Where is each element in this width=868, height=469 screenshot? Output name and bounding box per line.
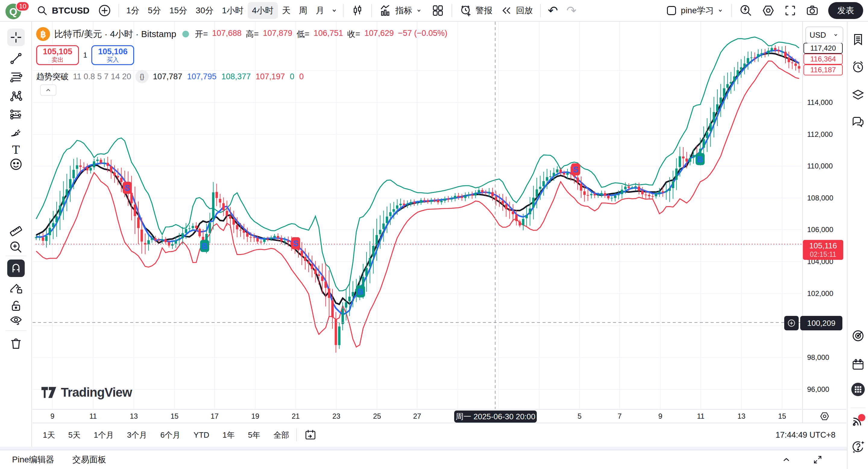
svg-text:S: S [573,165,578,174]
fib-retracement-tool-button[interactable] [7,68,25,86]
apps-button[interactable] [850,382,866,397]
range-5天[interactable]: 5天 [64,428,84,443]
zoom-in-tool-button[interactable] [7,239,25,256]
trade-marker-sell[interactable]: S [571,163,580,176]
timeframe-周[interactable]: 周 [295,2,312,19]
trade-marker-sell[interactable]: S [123,182,132,194]
tradingview-logo-icon [41,385,57,400]
currency-dropdown[interactable]: USD [805,27,843,43]
go-to-date-button[interactable] [300,427,321,443]
xabcd-pattern-tool-button[interactable] [7,87,25,104]
trade-marker-buy[interactable]: B [200,240,209,252]
trade-marker-buy[interactable]: B [695,153,705,165]
range-YTD[interactable]: YTD [189,428,213,442]
indicator-value: 107,795 [187,72,217,82]
magnet-tool-button[interactable] [7,259,25,277]
screener-button[interactable] [850,328,866,344]
sell-button[interactable]: 105,105 卖出 [36,45,79,65]
replay-button[interactable]: 回放 [497,2,537,19]
pine-source-icon[interactable]: {} [135,70,149,83]
help-button[interactable] [850,439,866,455]
indicators-button[interactable]: 指标 [375,2,427,19]
trade-marker-buy[interactable]: B [356,285,365,298]
alerts-button[interactable] [850,59,866,75]
redo-button[interactable]: ↷ [562,2,581,19]
ohlc-value: 106,751 [314,29,343,39]
drawing-toolbar: T [0,22,32,450]
brush-tool-button[interactable] [7,124,25,141]
indicator-templates-button[interactable] [427,2,448,19]
range-3个月[interactable]: 3个月 [123,428,151,443]
timeframe-1分[interactable]: 1分 [122,2,144,19]
timeframe-1小时[interactable]: 1小时 [218,2,248,19]
indicator-legend[interactable]: 趋势突破 11 0.8 5 7 14 20 {} 107,787107,7951… [36,70,304,83]
fullscreen-button[interactable] [779,2,801,19]
clock-timezone[interactable]: 17:44:49 UTC+8 [775,430,835,440]
timeframe-30分[interactable]: 30分 [191,2,218,19]
crosshair-tool-button[interactable] [7,29,25,46]
tab-trading-panel[interactable]: 交易面板 [72,454,106,465]
panel-maximize-button[interactable] [812,455,823,465]
undo-button[interactable]: ↶ [544,2,562,19]
hide-drawings-tool-button[interactable] [7,312,25,330]
ohlc-label: 开= [195,29,208,39]
calendar-goto-icon [304,429,317,441]
axis-settings-corner[interactable] [802,409,846,423]
range-1个月[interactable]: 1个月 [90,428,118,443]
streams-button[interactable] [850,412,866,428]
svg-text:S: S [124,184,130,193]
measure-tool-button[interactable] [7,221,25,239]
alert-button[interactable]: 警报 [455,2,497,19]
emoji-tool-button[interactable] [7,156,25,173]
help-icon [851,439,865,454]
market-status-dot[interactable] [182,31,189,37]
trend-line-tool-button[interactable] [7,50,25,67]
panel-expand-up-button[interactable] [781,455,792,465]
timeframe-5分[interactable]: 5分 [144,2,165,19]
range-5年[interactable]: 5年 [244,428,264,443]
quick-search-button[interactable] [735,2,757,19]
calendar-button[interactable] [850,357,866,373]
divider [850,408,866,408]
drawing-lock-tool-button[interactable] [7,279,25,296]
timeframe-月[interactable]: 月 [312,2,329,19]
range-buttons: 1天5天1个月3个月6个月YTD1年5年全部 [38,428,293,443]
projection-tool-button[interactable] [7,105,25,123]
tab-pine-editor[interactable]: Pine编辑器 [12,454,54,465]
timeframe-dropdown[interactable] [329,2,340,19]
time-axis[interactable]: 9111315171921232527579111315 周一 2025-06-… [33,409,802,423]
publish-button[interactable]: 发表 [828,2,863,19]
object-tree-button[interactable] [850,87,866,102]
price-tick: 114,000 [807,98,833,107]
collapse-legend-button[interactable] [40,84,56,96]
range-全部[interactable]: 全部 [269,428,293,443]
range-1年[interactable]: 1年 [218,428,239,443]
range-6个月[interactable]: 6个月 [156,428,184,443]
timeframe-天[interactable]: 天 [278,2,295,19]
timeframe-15分[interactable]: 15分 [165,2,191,19]
range-1天[interactable]: 1天 [38,428,59,443]
price-tick: 96,000 [807,385,829,394]
buy-button[interactable]: 105,106 买入 [91,45,134,65]
trade-marker-sell[interactable]: S [291,237,300,249]
time-tick: 25 [373,412,381,420]
watermark-text: TradingView [61,385,132,400]
chart-pane[interactable]: SBSBSB ฿ 比特币/美元 · 4小时 · Bitstamp 开=107,6… [33,22,802,409]
chart-type-button[interactable] [347,2,368,19]
price-axis[interactable]: USD 117,420 116,364 116,187 114,000112,0… [802,22,846,409]
chat-button[interactable] [850,115,866,130]
watchlist-button[interactable] [850,32,866,47]
symbol-title[interactable]: 比特币/美元 · 4小时 · Bitstamp [54,28,176,40]
alert-price-label: 116,364 [804,54,843,64]
chevron-down-icon [717,7,724,14]
settings-button[interactable] [757,2,779,19]
broadcast-icon [851,413,865,428]
symbol-search-button[interactable]: BTCUSD [32,2,94,19]
layout-select-button[interactable]: pine学习 [661,2,728,19]
remove-drawings-button[interactable] [7,335,25,352]
timeframe-4小时[interactable]: 4小时 [248,2,278,19]
add-alert-plus-button[interactable] [784,316,799,330]
add-symbol-button[interactable] [94,2,116,19]
snapshot-button[interactable] [801,2,824,19]
user-menu-button[interactable]: Q 10 [5,1,26,20]
